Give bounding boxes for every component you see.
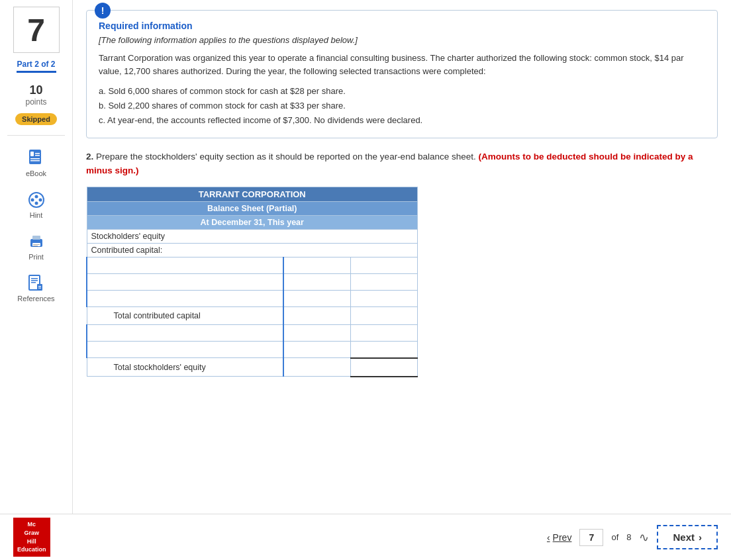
row2-val1-input[interactable] xyxy=(289,275,348,289)
info-list: a. Sold 6,000 shares of common stock for… xyxy=(99,84,705,128)
row5-val2-input[interactable] xyxy=(354,343,412,356)
part-label: Part 2 of 2 xyxy=(17,60,56,69)
question-number-box: 7 xyxy=(13,7,60,53)
total-stockholders-equity-row: Total stockholders' equity xyxy=(87,358,418,377)
sidebar: 7 Part 2 of 2 10 points Skipped xyxy=(0,0,73,514)
stockholders-equity-label: Stockholders' equity xyxy=(87,229,418,243)
svg-rect-14 xyxy=(33,244,40,245)
total-contributed-capital-label: Total contributed capital xyxy=(87,306,283,324)
row4-val1-input[interactable] xyxy=(289,326,348,340)
mcgrawhill-logo: Mc Graw Hill Education xyxy=(13,518,50,556)
svg-rect-21 xyxy=(38,286,41,287)
row2-val2-input[interactable] xyxy=(354,275,412,289)
row3-label-input[interactable] xyxy=(87,292,283,305)
svg-point-10 xyxy=(34,202,38,205)
prev-label: Prev xyxy=(553,532,572,543)
table-row-editable[interactable] xyxy=(87,273,418,290)
row4-val2-input[interactable] xyxy=(354,326,412,340)
question-body: Prepare the stockholders' equity section… xyxy=(96,152,476,162)
svg-point-9 xyxy=(38,199,42,202)
question-number: 7 xyxy=(27,12,45,48)
table-row-editable[interactable] xyxy=(87,324,418,341)
prev-button[interactable]: ‹ Prev xyxy=(547,532,571,543)
ebook-label: eBook xyxy=(26,169,46,177)
svg-rect-19 xyxy=(31,282,36,283)
contributed-capital-label: Contributed capital: xyxy=(87,243,418,257)
row1-val2-input[interactable] xyxy=(354,259,412,272)
print-icon xyxy=(27,232,46,251)
svg-point-7 xyxy=(34,195,38,199)
list-item: b. Sold 2,200 shares of common stock for… xyxy=(99,99,705,113)
table-row-editable[interactable] xyxy=(87,290,418,306)
part-underline xyxy=(17,71,56,73)
of-label: of xyxy=(611,532,618,542)
hint-label: Hint xyxy=(30,211,43,219)
total-stockholders-equity-label: Total stockholders' equity xyxy=(87,358,283,377)
references-label: References xyxy=(17,295,54,303)
print-button[interactable]: Print xyxy=(27,229,46,264)
svg-rect-17 xyxy=(31,278,38,279)
next-button[interactable]: Next › xyxy=(657,525,718,549)
references-icon xyxy=(26,274,45,293)
table-row-editable[interactable] xyxy=(87,341,418,358)
total-equity-val2-input[interactable] xyxy=(355,361,413,374)
svg-rect-22 xyxy=(38,288,41,289)
skipped-badge: Skipped xyxy=(15,113,57,125)
table-row-editable[interactable] xyxy=(87,257,418,273)
next-chevron-icon: › xyxy=(699,532,702,543)
total-contributed-capital-row: Total contributed capital xyxy=(87,306,418,324)
question-text: 2. Prepare the stockholders' equity sect… xyxy=(86,150,718,177)
svg-rect-12 xyxy=(32,236,40,240)
current-page: 7 xyxy=(589,532,595,543)
row4-label-input[interactable] xyxy=(87,326,283,340)
footer-nav: ‹ Prev 7 of 8 ∿ Next › xyxy=(547,525,718,549)
list-item: a. Sold 6,000 shares of common stock for… xyxy=(99,84,705,99)
ebook-icon xyxy=(26,149,45,167)
footer: Mc Graw Hill Education ‹ Prev 7 of 8 ∿ N… xyxy=(0,514,731,560)
row3-val1-input[interactable] xyxy=(289,292,348,305)
info-icon: ! xyxy=(95,3,111,19)
info-box: ! Required information [The following in… xyxy=(86,10,718,138)
table-row: Contributed capital: xyxy=(87,243,418,257)
grid-icon[interactable]: ∿ xyxy=(639,530,649,545)
list-item: c. At year-end, the accounts reflected i… xyxy=(99,113,705,128)
svg-point-8 xyxy=(30,199,34,202)
total-equity-val1-input[interactable] xyxy=(288,361,346,374)
row1-label-input[interactable] xyxy=(87,259,283,272)
svg-rect-5 xyxy=(30,160,40,162)
references-button[interactable]: References xyxy=(17,271,54,306)
total-pages: 8 xyxy=(626,532,631,542)
total-contrib-val2-input[interactable] xyxy=(355,309,413,322)
svg-rect-18 xyxy=(31,280,38,281)
svg-rect-1 xyxy=(30,152,34,156)
next-label: Next xyxy=(673,532,695,543)
balance-sheet-table: TARRANT CORPORATION Balance Sheet (Parti… xyxy=(86,187,418,377)
ebook-button[interactable]: eBook xyxy=(26,146,46,181)
row2-label-input[interactable] xyxy=(87,275,283,289)
table-header2: Balance Sheet (Partial) xyxy=(87,201,418,215)
table-header3: At December 31, This year xyxy=(87,215,418,229)
hint-button[interactable]: Hint xyxy=(27,187,46,222)
svg-rect-4 xyxy=(30,158,40,160)
total-contrib-val1-input[interactable] xyxy=(288,309,346,322)
svg-rect-2 xyxy=(35,153,40,154)
info-subtitle: [The following information applies to th… xyxy=(99,35,705,45)
svg-rect-15 xyxy=(33,246,38,246)
question-number-label: 2. xyxy=(86,152,93,162)
info-title: Required information xyxy=(99,21,705,31)
divider xyxy=(7,135,65,136)
content-area: ! Required information [The following in… xyxy=(73,0,731,514)
points-value: 10 xyxy=(25,83,46,97)
info-body: Tarrant Corporation was organized this y… xyxy=(99,52,705,77)
table-row: Stockholders' equity xyxy=(87,229,418,243)
hint-icon xyxy=(27,191,46,209)
table-company-name: TARRANT CORPORATION xyxy=(87,187,418,201)
print-label: Print xyxy=(28,253,44,261)
svg-rect-3 xyxy=(35,155,40,156)
row5-val1-input[interactable] xyxy=(287,343,345,356)
row3-val2-input[interactable] xyxy=(354,292,412,305)
prev-chevron-icon: ‹ xyxy=(547,532,550,543)
svg-rect-20 xyxy=(37,284,42,291)
row1-val1-input[interactable] xyxy=(289,259,348,272)
row5-label-input[interactable] xyxy=(87,343,283,356)
